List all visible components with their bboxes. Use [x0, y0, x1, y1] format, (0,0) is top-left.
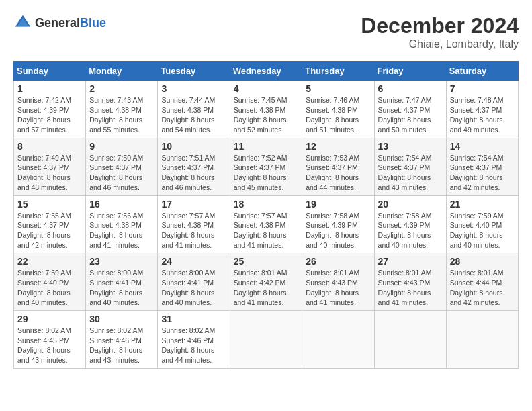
header-row: SundayMondayTuesdayWednesdayThursdayFrid… — [14, 62, 519, 81]
calendar-cell — [374, 311, 446, 369]
col-header-monday: Monday — [86, 62, 158, 81]
calendar-cell: 9Sunrise: 7:50 AMSunset: 4:37 PMDaylight… — [86, 138, 158, 195]
cell-content: Sunrise: 7:51 AMSunset: 4:37 PMDaylight:… — [161, 153, 226, 193]
week-row-1: 1Sunrise: 7:42 AMSunset: 4:39 PMDaylight… — [14, 81, 519, 138]
day-number: 20 — [378, 199, 443, 210]
location-title: Ghiaie, Lombardy, Italy — [361, 38, 519, 50]
calendar-cell: 4Sunrise: 7:45 AMSunset: 4:38 PMDaylight… — [230, 81, 302, 138]
cell-content: Sunrise: 8:02 AMSunset: 4:45 PMDaylight:… — [17, 326, 82, 365]
header: GeneralBlue December 2024 Ghiaie, Lombar… — [13, 13, 519, 50]
cell-content: Sunrise: 7:58 AMSunset: 4:39 PMDaylight:… — [306, 211, 370, 250]
day-number: 10 — [161, 141, 226, 152]
calendar-cell — [446, 311, 518, 369]
calendar-cell — [302, 311, 374, 369]
day-number: 5 — [306, 83, 370, 94]
cell-content: Sunrise: 8:01 AMSunset: 4:43 PMDaylight:… — [378, 268, 443, 308]
day-number: 15 — [17, 199, 82, 210]
calendar-cell: 7Sunrise: 7:48 AMSunset: 4:37 PMDaylight… — [446, 81, 518, 138]
calendar-cell: 15Sunrise: 7:55 AMSunset: 4:37 PMDayligh… — [14, 195, 86, 253]
day-number: 26 — [306, 256, 370, 267]
calendar-cell: 25Sunrise: 8:01 AMSunset: 4:42 PMDayligh… — [230, 253, 302, 311]
calendar-cell: 17Sunrise: 7:57 AMSunset: 4:38 PMDayligh… — [158, 195, 230, 253]
logo-text-blue: Blue — [80, 16, 106, 30]
day-number: 23 — [89, 256, 154, 267]
logo-text-general: General — [35, 16, 80, 30]
week-row-4: 22Sunrise: 7:59 AMSunset: 4:40 PMDayligh… — [14, 253, 519, 311]
day-number: 21 — [450, 199, 515, 210]
cell-content: Sunrise: 8:01 AMSunset: 4:42 PMDaylight:… — [234, 268, 299, 308]
cell-content: Sunrise: 7:54 AMSunset: 4:37 PMDaylight:… — [378, 153, 443, 193]
day-number: 2 — [89, 83, 154, 94]
day-number: 28 — [450, 256, 515, 267]
logo-icon — [13, 13, 32, 32]
col-header-thursday: Thursday — [302, 62, 374, 81]
week-row-3: 15Sunrise: 7:55 AMSunset: 4:37 PMDayligh… — [14, 195, 519, 253]
cell-content: Sunrise: 7:50 AMSunset: 4:37 PMDaylight:… — [89, 153, 154, 193]
col-header-sunday: Sunday — [14, 62, 86, 81]
cell-content: Sunrise: 7:58 AMSunset: 4:39 PMDaylight:… — [378, 211, 443, 250]
calendar-cell: 10Sunrise: 7:51 AMSunset: 4:37 PMDayligh… — [158, 138, 230, 195]
calendar-cell: 16Sunrise: 7:56 AMSunset: 4:38 PMDayligh… — [86, 195, 158, 253]
calendar-cell: 28Sunrise: 8:01 AMSunset: 4:44 PMDayligh… — [446, 253, 518, 311]
day-number: 14 — [450, 141, 515, 152]
calendar-cell: 23Sunrise: 8:00 AMSunset: 4:41 PMDayligh… — [86, 253, 158, 311]
cell-content: Sunrise: 7:59 AMSunset: 4:40 PMDaylight:… — [17, 268, 82, 308]
cell-content: Sunrise: 8:01 AMSunset: 4:43 PMDaylight:… — [306, 268, 370, 308]
day-number: 8 — [17, 141, 82, 152]
cell-content: Sunrise: 7:56 AMSunset: 4:38 PMDaylight:… — [89, 211, 154, 250]
day-number: 6 — [378, 83, 443, 94]
col-header-tuesday: Tuesday — [158, 62, 230, 81]
calendar-cell: 8Sunrise: 7:49 AMSunset: 4:37 PMDaylight… — [14, 138, 86, 195]
calendar-cell: 2Sunrise: 7:43 AMSunset: 4:38 PMDaylight… — [86, 81, 158, 138]
day-number: 27 — [378, 256, 443, 267]
calendar-cell: 24Sunrise: 8:00 AMSunset: 4:41 PMDayligh… — [158, 253, 230, 311]
calendar-cell: 19Sunrise: 7:58 AMSunset: 4:39 PMDayligh… — [302, 195, 374, 253]
cell-content: Sunrise: 8:01 AMSunset: 4:44 PMDaylight:… — [450, 268, 515, 308]
cell-content: Sunrise: 7:54 AMSunset: 4:37 PMDaylight:… — [450, 153, 515, 193]
cell-content: Sunrise: 7:43 AMSunset: 4:38 PMDaylight:… — [89, 95, 154, 135]
cell-content: Sunrise: 7:47 AMSunset: 4:37 PMDaylight:… — [378, 95, 443, 135]
calendar-cell: 11Sunrise: 7:52 AMSunset: 4:37 PMDayligh… — [230, 138, 302, 195]
day-number: 9 — [89, 141, 154, 152]
day-number: 12 — [306, 141, 370, 152]
day-number: 25 — [234, 256, 299, 267]
day-number: 3 — [161, 83, 226, 94]
day-number: 30 — [89, 314, 154, 324]
cell-content: Sunrise: 7:45 AMSunset: 4:38 PMDaylight:… — [234, 95, 299, 135]
calendar-cell: 14Sunrise: 7:54 AMSunset: 4:37 PMDayligh… — [446, 138, 518, 195]
day-number: 13 — [378, 141, 443, 152]
day-number: 19 — [306, 199, 370, 210]
cell-content: Sunrise: 8:02 AMSunset: 4:46 PMDaylight:… — [161, 326, 226, 365]
logo: GeneralBlue — [13, 13, 106, 32]
title-area: December 2024 Ghiaie, Lombardy, Italy — [361, 13, 519, 50]
calendar-cell: 30Sunrise: 8:02 AMSunset: 4:46 PMDayligh… — [86, 311, 158, 369]
calendar-cell: 6Sunrise: 7:47 AMSunset: 4:37 PMDaylight… — [374, 81, 446, 138]
cell-content: Sunrise: 7:46 AMSunset: 4:38 PMDaylight:… — [306, 95, 370, 135]
day-number: 7 — [450, 83, 515, 94]
day-number: 29 — [17, 314, 82, 324]
calendar-cell: 12Sunrise: 7:53 AMSunset: 4:37 PMDayligh… — [302, 138, 374, 195]
cell-content: Sunrise: 7:59 AMSunset: 4:40 PMDaylight:… — [450, 211, 515, 250]
cell-content: Sunrise: 8:00 AMSunset: 4:41 PMDaylight:… — [161, 268, 226, 308]
cell-content: Sunrise: 7:55 AMSunset: 4:37 PMDaylight:… — [17, 211, 82, 250]
cell-content: Sunrise: 7:42 AMSunset: 4:39 PMDaylight:… — [17, 95, 82, 135]
week-row-5: 29Sunrise: 8:02 AMSunset: 4:45 PMDayligh… — [14, 311, 519, 369]
cell-content: Sunrise: 8:00 AMSunset: 4:41 PMDaylight:… — [89, 268, 154, 308]
calendar-cell: 5Sunrise: 7:46 AMSunset: 4:38 PMDaylight… — [302, 81, 374, 138]
col-header-friday: Friday — [374, 62, 446, 81]
day-number: 17 — [161, 199, 226, 210]
cell-content: Sunrise: 7:44 AMSunset: 4:38 PMDaylight:… — [161, 95, 226, 135]
calendar-cell: 18Sunrise: 7:57 AMSunset: 4:38 PMDayligh… — [230, 195, 302, 253]
calendar-cell: 22Sunrise: 7:59 AMSunset: 4:40 PMDayligh… — [14, 253, 86, 311]
week-row-2: 8Sunrise: 7:49 AMSunset: 4:37 PMDaylight… — [14, 138, 519, 195]
col-header-saturday: Saturday — [446, 62, 518, 81]
col-header-wednesday: Wednesday — [230, 62, 302, 81]
calendar-cell: 21Sunrise: 7:59 AMSunset: 4:40 PMDayligh… — [446, 195, 518, 253]
calendar-cell — [230, 311, 302, 369]
cell-content: Sunrise: 7:57 AMSunset: 4:38 PMDaylight:… — [161, 211, 226, 250]
cell-content: Sunrise: 7:49 AMSunset: 4:37 PMDaylight:… — [17, 153, 82, 193]
day-number: 4 — [234, 83, 299, 94]
calendar-cell: 1Sunrise: 7:42 AMSunset: 4:39 PMDaylight… — [14, 81, 86, 138]
cell-content: Sunrise: 7:52 AMSunset: 4:37 PMDaylight:… — [234, 153, 299, 193]
day-number: 1 — [17, 83, 82, 94]
